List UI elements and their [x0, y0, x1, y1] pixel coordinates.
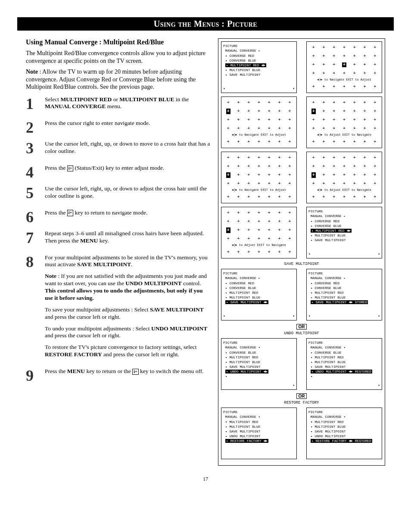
menu-converge-red: CONVERGE RED — [225, 54, 254, 58]
crosshair — [343, 84, 346, 89]
step-8-rest-b: RESTORE FACTORY — [45, 351, 102, 358]
menu-panel-save: PICTURE MANUAL CONVERGE ▸ CONVERGE RED C… — [221, 269, 297, 320]
label-restore-factory: RESTORE FACTORY — [221, 401, 382, 405]
crosshair — [312, 45, 315, 50]
crosshair — [278, 195, 280, 199]
crosshair — [374, 118, 376, 122]
crosshair — [312, 54, 315, 59]
or-divider-1: OR — [296, 324, 307, 330]
step-1-e: in the — [174, 96, 189, 103]
menu-restore-factory-sel: RESTORE FACTORY — [315, 439, 346, 443]
crosshair — [363, 45, 366, 50]
menu-manual-converge: MANUAL CONVERGE — [311, 214, 342, 218]
step-8-note-c: control. — [182, 280, 201, 286]
crosshair — [323, 181, 325, 186]
crosshair — [312, 195, 315, 199]
step-3: 3 Use the cursor left, right, up, or dow… — [26, 140, 211, 159]
menu-manual-converge: MANUAL CONVERGE — [225, 276, 256, 280]
step-7: 7 Repeat steps 3–6 until all misaligned … — [26, 230, 211, 249]
crosshair — [278, 156, 280, 160]
crosshair — [333, 126, 335, 131]
crosshair — [227, 126, 230, 131]
crosshair — [278, 219, 280, 224]
crosshair-hint: ◄├► to Navigate EXIT to Adjust — [232, 188, 286, 193]
crosshair — [353, 156, 356, 160]
crosshair — [278, 181, 280, 186]
crosshair — [363, 100, 366, 105]
crosshair — [227, 140, 230, 144]
menu-restore-factory-sel: RESTORE FACTORY — [230, 439, 261, 443]
step-8-rest-c: and press the cursor left or right. — [102, 351, 179, 358]
crosshair — [342, 62, 346, 67]
menu-multipoint-blue: MULTIPOINT BLUE — [225, 425, 261, 429]
crosshair — [312, 109, 315, 114]
crosshair — [288, 181, 291, 186]
menu-converge-blue: CONVERGE BLUE — [225, 59, 256, 62]
crosshair — [237, 109, 240, 114]
crosshair — [227, 219, 230, 224]
crosshair — [288, 164, 291, 169]
crosshair — [227, 109, 230, 114]
crosshair — [343, 71, 346, 76]
section-header: Using the Menus : Picture — [17, 17, 394, 31]
menu-save-multipoint: SAVE MULTIPOINT — [225, 365, 261, 369]
crosshair — [288, 100, 291, 105]
menu-converge-blue: CONVERGE BLUE — [311, 286, 342, 290]
crosshair — [363, 71, 366, 76]
menu-converge-blue: CONVERGE BLUE — [225, 351, 256, 355]
crosshair — [278, 228, 280, 233]
crosshair — [374, 71, 376, 76]
crosshair — [343, 54, 346, 59]
crosshair — [312, 156, 315, 160]
step-1-d: MULTIPOINT BLUE — [119, 96, 174, 103]
crosshair — [227, 156, 230, 160]
crosshair — [343, 45, 346, 50]
crosshair — [353, 109, 356, 114]
crosshair — [353, 100, 356, 105]
crosshair — [343, 109, 346, 114]
menu-picture: PICTURE — [308, 209, 380, 214]
step-1-c: or — [112, 96, 119, 103]
crosshair — [353, 45, 356, 50]
crosshair — [363, 173, 366, 177]
crosshair — [237, 236, 240, 241]
crosshair — [323, 100, 325, 105]
menu-multipoint-red: MULTIPOINT RED — [225, 291, 258, 295]
crosshair — [323, 164, 325, 169]
menu-stored: STORED — [355, 300, 367, 304]
crosshair — [363, 54, 366, 59]
crosshair — [237, 164, 240, 169]
crosshair — [374, 54, 376, 59]
crosshair — [227, 118, 230, 122]
menu-manual-converge: MANUAL CONVERGE — [225, 415, 256, 419]
crosshair — [288, 118, 291, 122]
crosshair — [258, 219, 260, 224]
menu-panel-multipoint-red: PICTURE MANUAL CONVERGE ▸ CONVERGE RED C… — [221, 41, 297, 93]
step-7-b: MENU — [80, 237, 98, 244]
crosshair — [278, 140, 280, 144]
subheading: Using Manual Converge : Multipoint Red/B… — [26, 38, 211, 46]
crosshair — [237, 100, 240, 105]
crosshair — [227, 236, 230, 241]
crosshair — [247, 219, 250, 224]
crosshair — [312, 173, 315, 177]
step-8-rest-a: To restore the TV's picture convergence … — [45, 344, 197, 350]
crosshair — [323, 109, 325, 114]
crosshair — [343, 173, 346, 177]
crosshair — [258, 118, 260, 122]
crosshair — [333, 54, 335, 59]
menu-converge-blue: CONVERGE BLUE — [311, 351, 342, 355]
crosshair — [288, 236, 291, 241]
crosshair — [343, 156, 346, 160]
menu-undo-multipoint-sel: UNDO MULTIPOINT — [230, 370, 261, 373]
menu-save-multipoint: SAVE MULTIPOINT — [311, 238, 346, 242]
step-8-c: . — [131, 261, 132, 268]
step-8-note-b: UNDO MULTIPOINT — [125, 280, 181, 286]
crosshair — [278, 236, 280, 241]
menu-multipoint-blue: MULTIPOINT BLUE — [225, 360, 261, 364]
crosshair-panel-3: ◄├► to Adjust EXIT to Navigate — [306, 96, 382, 148]
crosshair — [323, 54, 325, 59]
crosshair — [363, 84, 366, 89]
crosshair — [333, 84, 335, 89]
crosshair — [278, 250, 280, 255]
